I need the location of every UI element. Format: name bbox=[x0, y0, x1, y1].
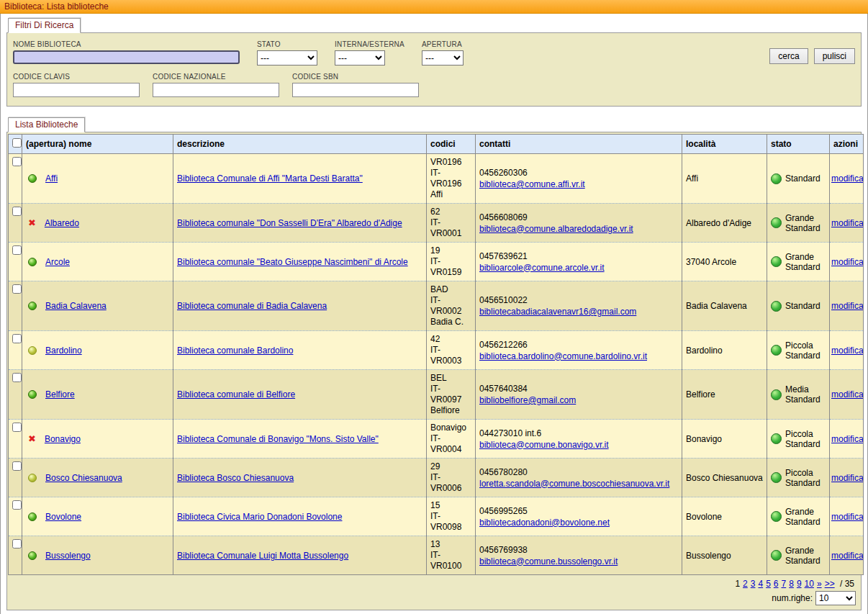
library-name-link[interactable]: Bardolino bbox=[45, 346, 82, 356]
status-label: Media Standard bbox=[785, 384, 826, 405]
library-description-link[interactable]: Biblioteca comunale di Belfiore bbox=[177, 389, 295, 399]
pagination-page-link[interactable]: 6 bbox=[774, 579, 779, 589]
library-name-link[interactable]: Arcole bbox=[45, 257, 70, 267]
modifica-link[interactable]: modifica bbox=[831, 257, 864, 267]
library-email-link[interactable]: biblioarcole@comune.arcole.vr.it bbox=[479, 263, 605, 273]
nome-biblioteca-input[interactable] bbox=[13, 50, 240, 64]
library-email-link[interactable]: biblioteca@comune.affi.vr.it bbox=[479, 179, 585, 189]
library-code: IT-VR0159 bbox=[430, 256, 471, 278]
row-checkbox-cell bbox=[9, 370, 22, 420]
pagination-page-link[interactable]: 5 bbox=[766, 579, 771, 589]
modifica-link[interactable]: modifica bbox=[831, 389, 864, 399]
pagination-last-link[interactable]: >> bbox=[825, 579, 835, 589]
pagination-page-link[interactable]: 2 bbox=[743, 579, 748, 589]
pagination-total-pages: / 35 bbox=[838, 579, 854, 589]
library-status-inner: Grande Standard bbox=[771, 252, 826, 272]
library-description-link[interactable]: Biblioteca Comunale di Affi "Marta Desti… bbox=[177, 173, 363, 184]
library-description-link[interactable]: Biblioteca Civica Mario Donadoni Bovolon… bbox=[177, 512, 342, 522]
library-description-cell: Biblioteca Comunale di Affi "Marta Desti… bbox=[173, 154, 427, 204]
row-checkbox[interactable] bbox=[12, 461, 22, 471]
modifica-link[interactable]: modifica bbox=[831, 346, 864, 356]
row-checkbox[interactable] bbox=[12, 284, 22, 294]
library-description-link[interactable]: Biblioteca Comunale Luigi Motta Bussolen… bbox=[177, 551, 348, 561]
codice-clavis-label: CODICE CLAVIS bbox=[13, 73, 140, 81]
row-checkbox[interactable] bbox=[12, 334, 22, 343]
row-checkbox[interactable] bbox=[12, 423, 22, 432]
library-description-link[interactable]: Biblioteca Bosco Chiesanuova bbox=[177, 473, 294, 483]
rows-per-page-label: num.righe: bbox=[772, 593, 813, 603]
row-checkbox[interactable] bbox=[12, 245, 22, 255]
library-phone: 0456212266 bbox=[479, 339, 678, 351]
library-name-link[interactable]: Bovolone bbox=[45, 512, 81, 522]
rows-per-page-select[interactable]: 10 bbox=[815, 591, 856, 605]
modifica-link[interactable]: modifica bbox=[831, 434, 864, 444]
library-status-inner: Piccola Standard bbox=[771, 429, 826, 449]
library-email-link[interactable]: bibliotecabadiacalavenavr16@gmail.com bbox=[479, 307, 636, 317]
row-checkbox[interactable] bbox=[12, 157, 22, 166]
library-codes-cell: 15IT-VR0098 bbox=[427, 497, 476, 536]
library-contacts-cell: 0457640384bibliobelfiore@gmail.com bbox=[476, 370, 682, 420]
library-description-link[interactable]: Biblioteca comunale di Badia Calavena bbox=[177, 301, 327, 311]
library-name-link[interactable]: Belfiore bbox=[45, 389, 75, 399]
select-all-checkbox[interactable] bbox=[12, 138, 22, 148]
modifica-link[interactable]: modifica bbox=[831, 218, 864, 228]
pagination-page-link[interactable]: 4 bbox=[758, 579, 763, 589]
library-name-link[interactable]: Affi bbox=[45, 173, 58, 184]
pagination-page-link[interactable]: 9 bbox=[797, 579, 802, 589]
library-description-link[interactable]: Biblioteca comunale Bardolino bbox=[177, 346, 293, 356]
filters-row-2: CODICE CLAVIS CODICE NAZIONALE CODICE SB… bbox=[13, 73, 855, 97]
library-code: Belfiore bbox=[430, 405, 471, 416]
codice-nazionale-input[interactable] bbox=[153, 83, 279, 97]
row-checkbox[interactable] bbox=[12, 539, 22, 548]
pagination-next-link[interactable]: » bbox=[817, 579, 822, 589]
pagination-page-link[interactable]: 3 bbox=[751, 579, 756, 589]
codice-sbn-input[interactable] bbox=[292, 83, 419, 97]
apertura-select[interactable]: --- bbox=[422, 50, 464, 66]
library-locality-cell: Bovolone bbox=[682, 497, 767, 536]
pagination: 12345678910»>> / 35 bbox=[8, 575, 860, 590]
library-name-inner: Bussolengo bbox=[28, 551, 169, 561]
library-email-link[interactable]: biblioteca@comune.bussolengo.vr.it bbox=[479, 556, 618, 566]
library-contacts-cell: 0456212266biblioteca.bardolino@comune.ba… bbox=[476, 331, 682, 370]
library-name-link[interactable]: Bonavigo bbox=[45, 434, 81, 444]
library-name-link[interactable]: Bosco Chiesanuova bbox=[45, 473, 122, 483]
interna-esterna-select[interactable]: --- bbox=[335, 50, 385, 66]
library-name-inner: Badia Calavena bbox=[28, 301, 169, 311]
row-checkbox[interactable] bbox=[12, 500, 22, 510]
codice-clavis-input[interactable] bbox=[13, 83, 140, 97]
library-code: BAD bbox=[430, 284, 471, 295]
library-email-link[interactable]: biblioteca@comune.albaredodadige.vr.it bbox=[479, 224, 633, 234]
library-description-link[interactable]: Biblioteca comunale "Don Sasselli D'Era"… bbox=[177, 218, 402, 228]
library-name-link[interactable]: Badia Calavena bbox=[45, 301, 107, 311]
table-row: Badia CalavenaBiblioteca comunale di Bad… bbox=[9, 281, 864, 331]
pagination-page-link[interactable]: 8 bbox=[789, 579, 794, 589]
library-code: 13 bbox=[430, 539, 471, 550]
stato-select[interactable]: --- bbox=[257, 50, 317, 66]
table-header-row: (apertura) nome descrizione codici conta… bbox=[9, 135, 864, 154]
library-name-link[interactable]: Bussolengo bbox=[45, 551, 91, 561]
library-actions-cell: modifica bbox=[830, 243, 864, 281]
library-email-link[interactable]: biblioteca.bardolino@comune.bardolino.vr… bbox=[479, 351, 647, 361]
library-status-cell: Piccola Standard bbox=[767, 331, 830, 370]
modifica-link[interactable]: modifica bbox=[831, 301, 864, 311]
library-description-link[interactable]: Biblioteca comunale "Beato Giuseppe Nasc… bbox=[177, 257, 408, 267]
main-container: Filtri Di Ricerca NOME BIBLIOTECA STATO … bbox=[0, 14, 868, 614]
pagination-page-link[interactable]: 7 bbox=[782, 579, 787, 589]
modifica-link[interactable]: modifica bbox=[831, 512, 864, 522]
library-email-link[interactable]: loretta.scandola@comune.boscochiesanuova… bbox=[479, 479, 669, 489]
modifica-link[interactable]: modifica bbox=[831, 173, 864, 184]
library-email-link[interactable]: bibliotecadonadoni@bovolone.net bbox=[479, 518, 610, 528]
pulisci-button[interactable]: pulisci bbox=[814, 48, 855, 64]
library-name-link[interactable]: Albaredo bbox=[45, 218, 79, 228]
row-checkbox[interactable] bbox=[12, 207, 22, 216]
modifica-link[interactable]: modifica bbox=[831, 473, 864, 483]
library-email-link[interactable]: bibliobelfiore@gmail.com bbox=[479, 395, 576, 405]
library-email-link[interactable]: biblioteca@comune.bonavigo.vr.it bbox=[479, 440, 609, 450]
pagination-page-link[interactable]: 10 bbox=[805, 579, 814, 589]
library-description-link[interactable]: Biblioteca Comunale di Bonavigo "Mons. S… bbox=[177, 434, 379, 444]
modifica-link[interactable]: modifica bbox=[831, 551, 864, 561]
row-checkbox[interactable] bbox=[12, 373, 22, 382]
column-header-nome: (apertura) nome bbox=[22, 135, 173, 154]
library-actions-cell: modifica bbox=[830, 497, 864, 536]
cerca-button[interactable]: cerca bbox=[769, 48, 808, 64]
